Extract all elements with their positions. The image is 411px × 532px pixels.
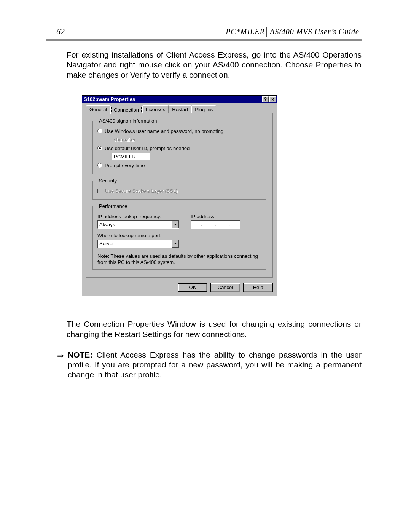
radio-windows-row[interactable]: Use Windows user name and password, no p…: [97, 128, 261, 134]
perf-row-1: IP address lookup frequency: Always IP a…: [97, 214, 261, 229]
radio-prompt-label: Prompt every time: [105, 163, 145, 168]
default-user-field[interactable]: PCMILER: [112, 153, 261, 160]
ok-button[interactable]: OK: [178, 283, 207, 292]
dialog-figure: S102bwam Properties ? × General Connecti…: [82, 95, 362, 297]
tab-panel-connection: AS/400 signon information Use Windows us…: [86, 113, 273, 278]
dialog-button-row: OK Cancel Help: [82, 281, 277, 296]
tab-licenses[interactable]: Licenses: [142, 105, 169, 113]
note-text-content: Client Access Express has the ability to…: [68, 350, 362, 379]
svg-marker-1: [174, 243, 177, 244]
group-security: Security Use Secure Sockets Layer (SSL): [92, 178, 266, 200]
document-page: 62 PC*MILER│AS/400 MVS User’s Guide For …: [0, 0, 411, 532]
page-number: 62: [56, 27, 65, 37]
tab-restart[interactable]: Restart: [169, 105, 191, 113]
radio-prompt-row[interactable]: Prompt every time: [97, 163, 261, 168]
ip-dot: .: [215, 222, 216, 227]
default-user-value[interactable]: PCMILER: [112, 153, 150, 160]
ip-dot: .: [201, 222, 202, 227]
radio-default-row[interactable]: Use default user ID, prompt as needed: [97, 145, 261, 151]
ssl-row: Use Secure Sockets Layer (SSL): [97, 188, 261, 194]
intro-paragraph: For existing installations of Client Acc…: [67, 50, 362, 80]
tab-plugins[interactable]: Plug-ins: [191, 105, 216, 113]
group-security-legend: Security: [97, 178, 118, 184]
tab-general[interactable]: General: [86, 105, 110, 113]
chevron-down-icon[interactable]: [172, 240, 179, 248]
remote-port-combo[interactable]: Server: [97, 240, 179, 248]
windows-user-field: shumaker: [112, 136, 261, 143]
ip-address-col: IP address: . . .: [191, 214, 261, 229]
windows-user-value: shumaker: [112, 136, 150, 143]
group-performance: Performance IP address lookup frequency:…: [92, 203, 266, 270]
tab-connection[interactable]: Connection: [110, 106, 142, 114]
remote-port-value: Server: [98, 240, 172, 248]
dialog-client: General Connection Licenses Restart Plug…: [82, 103, 277, 282]
note-paragraph: ⇒ NOTE: Client Access Express has the ab…: [57, 350, 362, 380]
help-icon[interactable]: ?: [262, 96, 269, 102]
note-body: NOTE: Client Access Express has the abil…: [68, 350, 362, 380]
ip-lookup-col: IP address lookup frequency: Always: [97, 214, 179, 229]
group-performance-legend: Performance: [97, 203, 129, 209]
radio-icon[interactable]: [97, 146, 102, 150]
ip-address-field[interactable]: . . .: [191, 220, 240, 229]
performance-note: Note: These values are used as defaults …: [97, 253, 261, 266]
arrow-icon: ⇒: [57, 350, 64, 380]
radio-default-label: Use default user ID, prompt as needed: [105, 145, 190, 151]
tab-strip: General Connection Licenses Restart Plug…: [86, 105, 273, 113]
ip-address-label: IP address:: [191, 214, 261, 219]
usage-paragraph: The Connection Properties Window is used…: [67, 319, 362, 339]
ip-lookup-label: IP address lookup frequency:: [97, 214, 179, 219]
guide-title: PC*MILER│AS/400 MVS User’s Guide: [226, 27, 359, 36]
note-label: NOTE:: [68, 350, 92, 359]
header-rule: [46, 39, 362, 41]
cancel-button[interactable]: Cancel: [210, 283, 240, 292]
remote-port-label: Where to lookup remote port:: [97, 233, 261, 238]
svg-marker-0: [174, 224, 177, 225]
ip-lookup-value: Always: [98, 221, 172, 228]
radio-icon[interactable]: [97, 129, 102, 133]
chevron-down-icon[interactable]: [172, 221, 179, 228]
close-icon[interactable]: ×: [269, 96, 276, 102]
group-signon: AS/400 signon information Use Windows us…: [92, 118, 266, 174]
page-header: 62 PC*MILER│AS/400 MVS User’s Guide: [46, 27, 362, 39]
titlebar[interactable]: S102bwam Properties ? ×: [82, 96, 277, 103]
properties-dialog: S102bwam Properties ? × General Connecti…: [82, 95, 277, 297]
radio-windows-label: Use Windows user name and password, no p…: [105, 128, 223, 134]
ip-dot: .: [229, 222, 230, 227]
remote-port-block: Where to lookup remote port: Server: [97, 233, 261, 248]
ip-lookup-combo[interactable]: Always: [97, 220, 179, 229]
group-signon-legend: AS/400 signon information: [97, 118, 158, 124]
checkbox-icon: [97, 189, 102, 193]
radio-icon[interactable]: [97, 163, 102, 168]
help-button[interactable]: Help: [243, 283, 273, 292]
titlebar-text: S102bwam Properties: [84, 96, 261, 102]
ssl-label: Use Secure Sockets Layer (SSL): [105, 188, 178, 194]
